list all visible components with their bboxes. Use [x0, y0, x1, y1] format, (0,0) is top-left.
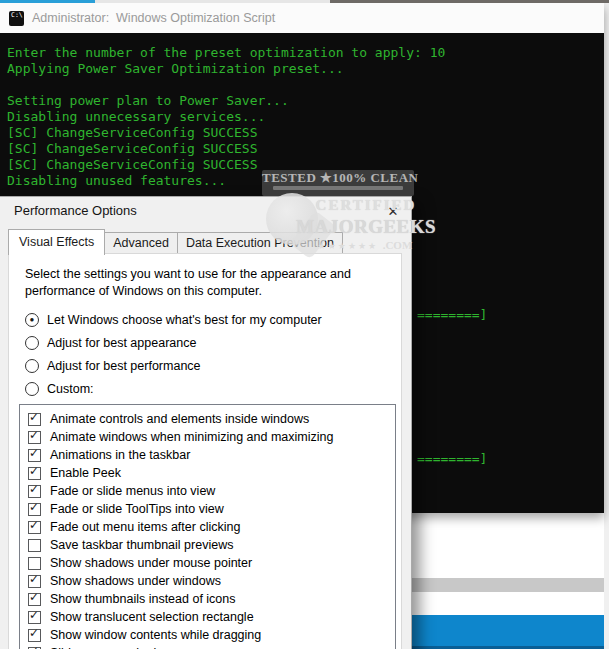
performance-options-dialog: Performance Options ✕ Visual Effects Adv… — [0, 196, 412, 649]
checkbox-row[interactable]: ✓ Show thumbnails instead of icons — [20, 590, 395, 608]
checkmark: ✓ — [29, 573, 39, 586]
console-progress-fragment: ========] — [417, 307, 487, 323]
checkbox-icon: ✓ — [28, 593, 41, 606]
console-titlebar[interactable]: C:\ Administrator: Windows Optimization … — [0, 3, 604, 33]
checkbox-row[interactable]: ✓ Animate windows when minimizing and ma… — [20, 428, 395, 446]
checkbox-icon: ✓ — [28, 467, 41, 480]
dialog-title: Performance Options — [14, 203, 137, 218]
checkbox-icon: ✓ — [28, 431, 41, 444]
checkbox-label: Show translucent selection rectangle — [50, 610, 254, 624]
checkmark: ✓ — [29, 465, 39, 478]
cmd-icon: C:\ — [9, 11, 24, 26]
checkbox-icon — [28, 539, 41, 552]
radio-button-icon — [25, 382, 39, 396]
checkmark: ✓ — [29, 609, 39, 622]
radio-button-icon: ● — [25, 313, 39, 327]
top-edge-dark-strip — [330, 0, 609, 3]
checkbox-label: Show thumbnails instead of icons — [50, 592, 236, 606]
console-line: Applying Power Saver Optimization preset… — [7, 61, 604, 77]
checkbox-icon — [28, 557, 41, 570]
console-line: [SC] ChangeServiceConfig SUCCESS — [7, 141, 604, 157]
checkmark: ✓ — [29, 591, 39, 604]
tab-visual-effects[interactable]: Visual Effects — [8, 229, 105, 255]
checkbox-label: Fade or slide menus into view — [50, 484, 215, 498]
checkmark: ✓ — [29, 519, 39, 532]
console-line: [SC] ChangeServiceConfig SUCCESS — [7, 157, 604, 173]
checkbox-label: Show window contents while dragging — [50, 628, 261, 642]
checkmark: ✓ — [29, 483, 39, 496]
checkbox-row[interactable]: ✓ Enable Peek — [20, 464, 395, 482]
radio-label: Let Windows choose what's best for my co… — [47, 313, 322, 327]
checkbox-icon: ✓ — [28, 611, 41, 624]
radio-best-appearance[interactable]: Adjust for best appearance — [25, 335, 322, 351]
checkbox-row[interactable]: ✓ Fade or slide menus into view — [20, 482, 395, 500]
checkbox-icon: ✓ — [28, 503, 41, 516]
checkmark: ✓ — [29, 645, 39, 649]
checkbox-row[interactable]: ✓ Fade out menu items after clicking — [20, 518, 395, 536]
radio-best-performance[interactable]: Adjust for best performance — [25, 358, 322, 374]
radio-let-windows-choose[interactable]: ● Let Windows choose what's best for my … — [25, 312, 322, 328]
dialog-tab-strip: Visual Effects Advanced Data Execution P… — [8, 230, 343, 254]
console-line: Enter the number of the preset optimizat… — [7, 45, 604, 61]
checkbox-label: Fade out menu items after clicking — [50, 520, 240, 534]
checkbox-row[interactable]: ✓ Show shadows under windows — [20, 572, 395, 590]
checkbox-row[interactable]: ✓ Slide open combo boxes — [20, 644, 395, 649]
checkbox-row[interactable]: Save taskbar thumbnail previews — [20, 536, 395, 554]
checkbox-label: Animations in the taskbar — [50, 448, 190, 462]
radio-button-icon — [25, 336, 39, 350]
checkbox-label: Show shadows under windows — [50, 574, 221, 588]
checkbox-icon: ✓ — [28, 575, 41, 588]
checkbox-label: Enable Peek — [50, 466, 121, 480]
checkbox-row[interactable]: ✓ Fade or slide ToolTips into view — [20, 500, 395, 518]
checkbox-icon: ✓ — [28, 521, 41, 534]
top-edge-blue-strip — [0, 0, 95, 3]
checkmark: ✓ — [29, 429, 39, 442]
console-window-title: Administrator: Windows Optimization Scri… — [32, 11, 275, 25]
console-line: [SC] ChangeServiceConfig SUCCESS — [7, 125, 604, 141]
checkbox-label: Fade or slide ToolTips into view — [50, 502, 224, 516]
checkbox-row[interactable]: ✓ Animations in the taskbar — [20, 446, 395, 464]
radio-custom[interactable]: Custom: — [25, 381, 322, 397]
checkbox-row[interactable]: ✓ Show translucent selection rectangle — [20, 608, 395, 626]
checkmark: ✓ — [29, 501, 39, 514]
tab-data-execution-prevention[interactable]: Data Execution Prevention — [177, 232, 343, 254]
checkbox-row[interactable]: Show shadows under mouse pointer — [20, 554, 395, 572]
radio-label: Adjust for best appearance — [47, 336, 196, 350]
checkbox-icon: ✓ — [28, 413, 41, 426]
checkbox-label: Animate windows when minimizing and maxi… — [50, 430, 333, 444]
console-line: Disabling unnecessary services... — [7, 109, 604, 125]
checkbox-row[interactable]: ✓ Show window contents while dragging — [20, 626, 395, 644]
tab-advanced[interactable]: Advanced — [104, 232, 178, 254]
top-edge-light-strip — [95, 0, 330, 3]
checkmark: ✓ — [29, 447, 39, 460]
checkbox-icon: ✓ — [28, 629, 41, 642]
console-progress-fragment: ========] — [417, 451, 487, 467]
performance-radio-group: ● Let Windows choose what's best for my … — [25, 312, 322, 404]
console-line: Setting power plan to Power Saver... — [7, 93, 604, 109]
radio-label: Adjust for best performance — [47, 359, 201, 373]
checkbox-label: Save taskbar thumbnail previews — [50, 538, 233, 552]
close-icon[interactable]: ✕ — [381, 200, 405, 222]
checkbox-icon: ✓ — [28, 485, 41, 498]
console-line: Disabling unused features... — [7, 173, 604, 189]
radio-label: Custom: — [47, 382, 94, 396]
checkbox-row[interactable]: ✓ Animate controls and elements inside w… — [20, 410, 395, 428]
checkbox-label: Show shadows under mouse pointer — [50, 556, 252, 570]
checkmark: ✓ — [29, 411, 39, 424]
visual-effects-listbox[interactable]: ✓ Animate controls and elements inside w… — [19, 404, 396, 649]
visual-effects-tab-page: Select the settings you want to use for … — [8, 253, 402, 649]
checkbox-icon: ✓ — [28, 449, 41, 462]
radio-button-icon — [25, 359, 39, 373]
settings-description: Select the settings you want to use for … — [25, 266, 377, 300]
console-line — [7, 77, 604, 93]
checkbox-label: Animate controls and elements inside win… — [50, 412, 309, 426]
checkmark: ✓ — [29, 627, 39, 640]
